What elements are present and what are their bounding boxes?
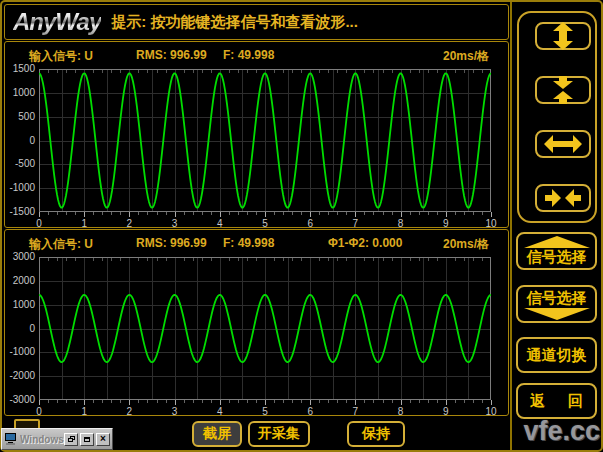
x-tick (383, 400, 384, 403)
x-tick (120, 400, 121, 403)
signal-select-down-label: 信号选择 (527, 289, 587, 308)
x-tick (355, 400, 356, 405)
hint-text: 提示: 按功能键选择信号和查看波形... (111, 13, 358, 32)
anyway-logo: AnyWay (13, 8, 101, 36)
compress-vertical-icon (543, 75, 583, 105)
y-axis-label: -1000 (1, 346, 35, 358)
maximize-button[interactable] (80, 433, 94, 446)
x-axis-label: 10 (483, 406, 499, 418)
sidebar: 信号选择 信号选择 通道切换 返 回 (513, 0, 601, 452)
maximize-icon (84, 437, 90, 442)
compress-vertical-button[interactable] (535, 76, 591, 104)
x-tick (193, 400, 194, 403)
x-tick (301, 212, 302, 215)
waveform-panel-2: 输入信号: U RMS: 996.99 F: 49.998 Φ1-Φ2: 0.0… (4, 229, 509, 416)
y-axis-label: -500 (1, 158, 35, 170)
x-axis-label: 0 (31, 406, 47, 418)
x-tick (184, 400, 185, 403)
x-tick (75, 400, 76, 403)
y-axis-label: -1000 (1, 182, 35, 194)
y-axis-label: -2000 (1, 370, 35, 382)
y-axis-label: 0 (1, 135, 35, 147)
back-button[interactable]: 返 回 (516, 383, 597, 419)
x-tick (482, 212, 483, 215)
timebase-value: 20ms/格 (443, 48, 489, 65)
y-axis-label: 500 (1, 111, 35, 123)
x-tick (319, 400, 320, 403)
x-tick (229, 400, 230, 403)
x-tick (283, 212, 284, 215)
x-tick (419, 212, 420, 215)
x-axis-label: 2 (121, 406, 137, 418)
waveform-trace (39, 69, 491, 212)
x-tick (111, 212, 112, 215)
x-tick (84, 212, 85, 217)
x-axis-label: 9 (438, 406, 454, 418)
timebase-value: 20ms/格 (443, 236, 489, 253)
x-tick (346, 400, 347, 403)
x-tick (175, 212, 176, 217)
x-tick (102, 212, 103, 215)
start-acquisition-button[interactable]: 开采集 (248, 421, 310, 447)
waveform-trace (39, 257, 491, 400)
signal-select-down-button[interactable]: 信号选择 (516, 285, 597, 323)
x-tick (84, 400, 85, 405)
x-tick (138, 212, 139, 215)
x-tick (491, 400, 492, 405)
x-tick (147, 212, 148, 215)
compress-horizontal-button[interactable] (535, 184, 591, 212)
expand-vertical-button[interactable] (535, 22, 591, 50)
signal-select-up-button[interactable]: 信号选择 (516, 232, 597, 270)
x-tick (473, 212, 474, 215)
waveform-plot-1: 输入信号: U RMS: 996.99 F: 49.998 20ms/格 150… (5, 42, 508, 227)
x-tick (211, 400, 212, 403)
hold-button[interactable]: 保持 (347, 421, 405, 447)
x-axis-label: 1 (76, 406, 92, 418)
x-tick (39, 400, 40, 405)
frequency-value: F: 49.998 (223, 236, 274, 250)
x-tick (310, 400, 311, 405)
x-tick (220, 212, 221, 217)
x-tick (247, 400, 248, 403)
y-axis-label: 1500 (1, 63, 35, 75)
windows-titlebar[interactable]: Windows ... × (1, 428, 113, 450)
x-tick (256, 212, 257, 215)
x-tick (166, 400, 167, 403)
waveform-panel-1: 输入信号: U RMS: 996.99 F: 49.998 20ms/格 150… (4, 41, 509, 228)
sidebar-divider (510, 2, 512, 450)
x-tick (401, 400, 402, 405)
restore-button[interactable] (64, 433, 78, 446)
x-tick (428, 212, 429, 215)
y-axis-label: 2000 (1, 275, 35, 287)
compress-horizontal-icon (543, 183, 583, 213)
x-tick (328, 400, 329, 403)
expand-horizontal-icon (543, 129, 583, 159)
expand-horizontal-button[interactable] (535, 130, 591, 158)
windows-title-text: Windows ... (20, 434, 64, 445)
x-tick (364, 400, 365, 403)
triangle-down-icon (524, 308, 590, 320)
rms-value: RMS: 996.99 (136, 236, 207, 250)
x-tick (319, 212, 320, 215)
x-tick (220, 400, 221, 405)
x-tick (256, 400, 257, 403)
channel-switch-button[interactable]: 通道切换 (516, 337, 597, 373)
x-tick (464, 400, 465, 403)
x-tick (392, 212, 393, 215)
x-axis-label: 6 (302, 406, 318, 418)
x-axis-label: 5 (257, 406, 273, 418)
x-tick (337, 212, 338, 215)
x-tick (373, 212, 374, 215)
x-tick (39, 212, 40, 217)
x-tick (337, 400, 338, 403)
x-axis-label: 8 (393, 406, 409, 418)
x-tick (93, 400, 94, 403)
x-tick (57, 400, 58, 403)
windows-app-icon (4, 433, 17, 445)
x-tick (229, 212, 230, 215)
close-button[interactable]: × (96, 433, 110, 446)
screenshot-button[interactable]: 截屏 (192, 421, 242, 447)
x-tick (437, 400, 438, 403)
x-tick (157, 400, 158, 403)
x-tick (175, 400, 176, 405)
